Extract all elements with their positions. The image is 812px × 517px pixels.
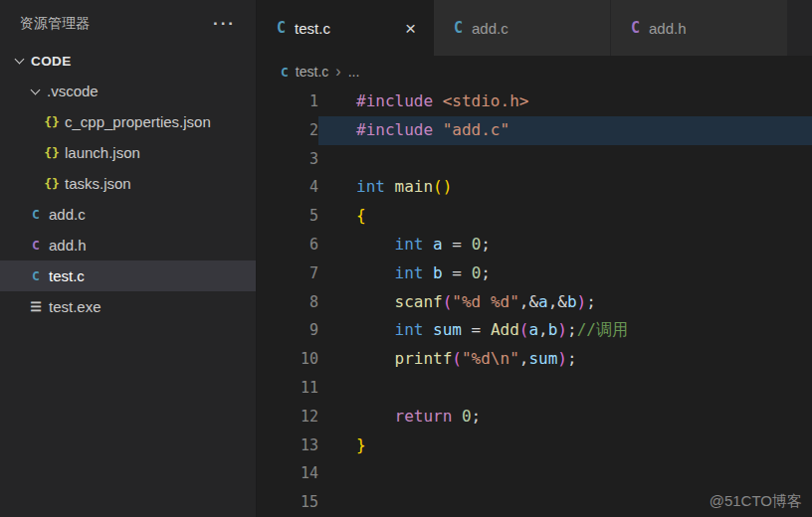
line-number: 6 [257,231,318,259]
sidebar-item-c_cpp_properties.json[interactable]: {}c_cpp_properties.json [0,106,256,137]
explorer-header: 资源管理器 ··· [0,0,256,46]
line-content [318,145,812,174]
line-content [318,459,812,488]
vscode-window: 资源管理器 ··· CODE.vscode{}c_cpp_properties.… [0,0,812,517]
code-line-7[interactable]: 7 int b = 0; [257,259,812,288]
line-content: int b = 0; [318,259,812,288]
code-line-10[interactable]: 10 printf("%d\n",sum); [257,345,812,374]
file-label: add.c [49,206,86,223]
code-line-9[interactable]: 9 int sum = Add(a,b);//调用 [257,316,812,345]
line-content: printf("%d\n",sum); [318,345,812,374]
file-label: .vscode [47,83,99,99]
explorer-title: 资源管理器 [20,15,90,33]
line-number: 9 [257,316,318,345]
code-line-12[interactable]: 12 return 0; [257,403,812,431]
file-tree: CODE.vscode{}c_cpp_properties.json{}laun… [0,46,256,322]
line-content: int main() [318,173,812,202]
sidebar-item-CODE[interactable]: CODE [0,46,256,76]
json-file-icon: {} [42,176,62,191]
file-label: launch.json [65,144,140,161]
line-number: 11 [257,374,318,403]
h-file-icon: C [631,19,640,37]
line-content: #include "add.c" [318,116,812,145]
sidebar-item-test.exe[interactable]: ☰test.exe [0,291,256,322]
line-number: 8 [257,288,318,317]
line-number: 12 [257,403,318,431]
line-content: scanf("%d %d",&a,&b); [318,288,812,317]
h-file-icon: C [26,238,46,253]
line-content: { [318,202,812,231]
c-file-icon: C [26,207,46,222]
tab-test.c[interactable]: Ctest.c× [257,0,434,56]
code-line-3[interactable]: 3 [257,145,812,174]
line-number: 14 [257,459,318,488]
code-line-6[interactable]: 6 int a = 0; [257,231,812,259]
line-content [318,374,812,403]
sidebar-item-test.c[interactable]: Ctest.c [0,260,256,291]
code-line-4[interactable]: 4int main() [257,173,812,202]
line-content [318,488,812,517]
breadcrumb[interactable]: C test.c › ... [257,56,812,87]
tab-add.c[interactable]: Cadd.c [434,0,611,56]
line-content: int a = 0; [318,231,812,259]
tab-label: add.h [649,20,687,37]
file-label: tasks.json [65,175,131,192]
line-number: 7 [257,259,318,288]
file-label: c_cpp_properties.json [65,113,211,130]
line-content: } [318,431,812,460]
code-line-14[interactable]: 14 [257,459,812,488]
c-file-icon: C [26,268,46,283]
chevron-down-icon [10,52,28,70]
explorer-sidebar: 资源管理器 ··· CODE.vscode{}c_cpp_properties.… [0,0,257,517]
line-content: return 0; [318,403,812,431]
breadcrumb-more[interactable]: ... [348,64,360,80]
json-file-icon: {} [42,114,62,129]
file-label: CODE [31,54,72,69]
breadcrumb-file[interactable]: test.c [296,64,328,80]
line-content: #include <stdio.h> [318,87,812,116]
tab-add.h[interactable]: Cadd.h [611,0,788,56]
chevron-down-icon [26,83,44,100]
code-line-11[interactable]: 11 [257,374,812,403]
line-number: 1 [257,87,318,116]
code-line-13[interactable]: 13} [257,431,812,460]
tab-label: test.c [295,20,330,37]
line-number: 13 [257,431,318,460]
sidebar-item-add.h[interactable]: Cadd.h [0,230,256,260]
line-number: 4 [257,173,318,202]
file-label: test.c [49,267,85,284]
c-file-icon: C [281,65,289,80]
sidebar-item-.vscode[interactable]: .vscode [0,76,256,106]
sidebar-item-tasks.json[interactable]: {}tasks.json [0,168,256,199]
exe-file-icon: ☰ [26,299,46,314]
file-label: test.exe [49,298,102,315]
code-line-5[interactable]: 5{ [257,202,812,231]
line-number: 2 [257,116,318,145]
sidebar-item-launch.json[interactable]: {}launch.json [0,137,256,168]
code-line-1[interactable]: 1#include <stdio.h> [257,87,812,116]
line-number: 10 [257,345,318,374]
code-editor[interactable]: 1#include <stdio.h>2#include "add.c"34in… [257,87,812,517]
code-line-8[interactable]: 8 scanf("%d %d",&a,&b); [257,288,812,317]
chevron-right-icon: › [335,64,340,80]
more-actions-icon[interactable]: ··· [213,19,236,29]
line-number: 3 [257,145,318,174]
line-number: 5 [257,202,318,231]
tab-label: add.c [472,20,508,37]
line-number: 15 [257,488,318,517]
code-line-15[interactable]: 15 [257,488,812,517]
json-file-icon: {} [42,145,62,160]
sidebar-item-add.c[interactable]: Cadd.c [0,199,256,230]
c-file-icon: C [277,19,286,37]
editor-area: Ctest.c×Cadd.cCadd.h C test.c › ... 1#in… [257,0,812,517]
close-icon[interactable]: × [389,19,416,38]
file-label: add.h [49,237,87,254]
line-content: int sum = Add(a,b);//调用 [318,316,812,345]
tab-bar: Ctest.c×Cadd.cCadd.h [257,0,812,56]
code-line-2[interactable]: 2#include "add.c" [257,116,812,145]
c-file-icon: C [454,19,463,37]
